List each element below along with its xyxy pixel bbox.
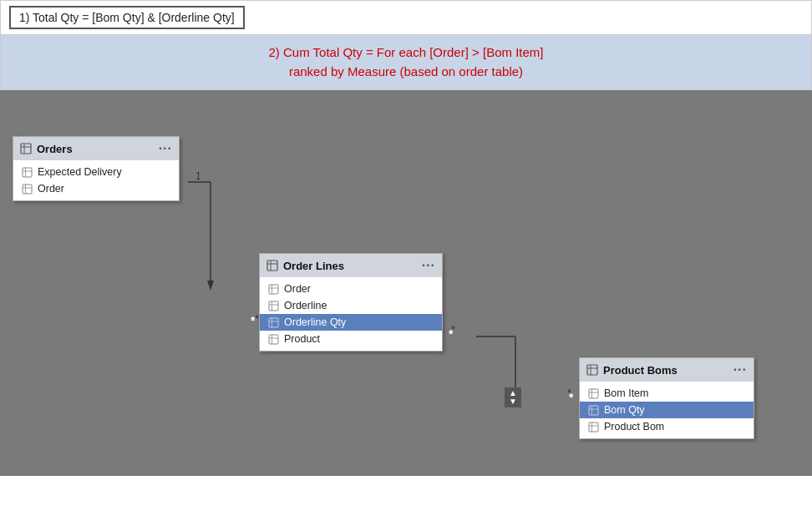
svg-text:1: 1 xyxy=(195,170,201,182)
svg-rect-41 xyxy=(589,389,598,398)
orders-table-header: Orders ··· xyxy=(13,137,179,160)
field-icon-orderline xyxy=(268,301,279,311)
orders-table-body: Expected Delivery Order xyxy=(13,160,179,200)
orderlines-dots-menu[interactable]: ··· xyxy=(422,258,435,273)
productboms-dots-menu[interactable]: ··· xyxy=(733,362,747,377)
diagram-area: 1 * * * xyxy=(0,90,812,476)
svg-rect-23 xyxy=(267,261,277,271)
field-icon-order xyxy=(22,184,33,195)
many-label-productboms: * xyxy=(569,391,573,404)
productboms-field-bom-qty[interactable]: Bom Qty xyxy=(580,402,754,418)
field-icon-order-ol xyxy=(268,284,279,295)
field-icon-bom-item xyxy=(588,388,599,399)
orderlines-table-header: Order Lines ··· xyxy=(260,254,442,277)
productboms-field-bom-item[interactable]: Bom Item xyxy=(580,385,754,402)
bidirectional-arrow: ▲ ▼ xyxy=(505,387,521,407)
svg-rect-47 xyxy=(589,422,598,432)
svg-rect-29 xyxy=(269,301,278,311)
orderlines-table-body: Order Orderline xyxy=(260,277,442,351)
svg-marker-2 xyxy=(207,281,214,291)
svg-rect-35 xyxy=(269,335,278,344)
svg-rect-20 xyxy=(23,185,32,194)
orderlines-table-card: Order Lines ··· Order xyxy=(259,253,443,352)
orderlines-field-product[interactable]: Product xyxy=(260,331,442,347)
field-icon-orderline-qty xyxy=(268,317,279,328)
orders-dots-menu[interactable]: ··· xyxy=(159,141,172,156)
formula-label-2: 2) Cum Total Qty = For each [Order] > [B… xyxy=(9,43,803,81)
orderlines-field-order[interactable]: Order xyxy=(260,281,442,297)
field-icon-expected-delivery xyxy=(22,167,33,178)
productboms-table-title: Product Boms xyxy=(603,364,678,377)
productboms-table-header: Product Boms ··· xyxy=(580,358,754,382)
svg-rect-14 xyxy=(21,144,31,154)
svg-rect-44 xyxy=(589,406,598,415)
orders-table-card: Orders ··· Expected Delivery xyxy=(13,136,180,201)
formula-label-1: 1) Total Qty = [Bom Qty] & [Orderline Qt… xyxy=(9,6,245,29)
svg-rect-17 xyxy=(23,168,32,177)
field-icon-bom-qty xyxy=(588,405,599,416)
header-row2: 2) Cum Total Qty = For each [Order] > [B… xyxy=(1,35,811,89)
many-label-orders: * xyxy=(251,314,255,327)
svg-rect-32 xyxy=(269,318,278,327)
field-icon-product xyxy=(268,334,279,345)
header-section: 1) Total Qty = [Bom Qty] & [Orderline Qt… xyxy=(0,0,812,90)
orders-field-order[interactable]: Order xyxy=(13,180,179,197)
orderlines-table-icon xyxy=(266,260,278,271)
orderlines-field-orderline-qty[interactable]: Orderline Qty xyxy=(260,314,442,331)
orderlines-table-title: Order Lines xyxy=(283,260,344,272)
header-row1: 1) Total Qty = [Bom Qty] & [Orderline Qt… xyxy=(1,1,811,35)
orders-table-icon xyxy=(20,143,32,154)
svg-rect-26 xyxy=(269,285,278,294)
orderlines-field-orderline[interactable]: Orderline xyxy=(260,297,442,314)
productboms-table-card: Product Boms ··· Bom Item xyxy=(579,357,754,439)
productboms-table-body: Bom Item Bom Qty xyxy=(580,382,754,438)
svg-rect-38 xyxy=(587,365,597,375)
orders-table-title: Orders xyxy=(37,143,73,155)
many-label-orderlines-right: * xyxy=(449,327,453,341)
productboms-field-product-bom[interactable]: Product Bom xyxy=(580,418,754,435)
productboms-table-icon xyxy=(586,364,598,376)
orders-field-expected-delivery[interactable]: Expected Delivery xyxy=(13,164,179,180)
field-icon-product-bom xyxy=(588,422,599,433)
